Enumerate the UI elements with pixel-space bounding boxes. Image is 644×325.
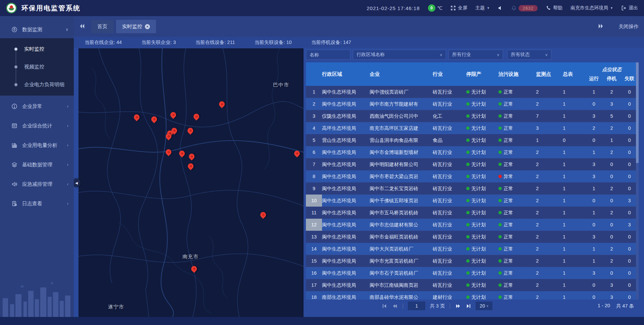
fullscreen-button[interactable]: 全屏 [450, 5, 467, 11]
table-row[interactable]: 5营山生态环境局营山县润丰肉食品有限食品无计划正常10010 [306, 134, 639, 146]
status-dot [466, 175, 470, 178]
status-select[interactable]: 所有状态 ∨ [507, 50, 551, 60]
region-select[interactable]: 行政区域名称 ∨ [353, 50, 446, 60]
col-meters: 总表 [558, 62, 585, 86]
status-dot [498, 151, 502, 154]
cell-meters: 0 [558, 134, 585, 146]
cell-run: 0 [585, 219, 603, 231]
cell-facility: 正常 [498, 267, 531, 279]
prev-page-button[interactable] [392, 303, 398, 309]
cell-meters: 1 [558, 195, 585, 207]
table-row[interactable]: 11阆中生态环境局阆中市五马桥页岩机砖砖瓦行业无计划正常21120 [306, 207, 639, 219]
sidebar-item-6[interactable]: 应急减排管理‹ [0, 175, 74, 193]
theme-dropdown[interactable]: 主题 ▼ [475, 5, 490, 11]
industry-select[interactable]: 所有行业 ∨ [448, 50, 503, 60]
cell-industry: 食品 [433, 134, 466, 146]
last-page-button[interactable] [465, 303, 471, 309]
cell-points: 2 [531, 146, 558, 158]
table-header: 行政区域 企业 行业 停限产 治污设施 监测点 总表 点位状态 运行停机失联 [306, 62, 639, 86]
cell-meters: 1 [558, 267, 585, 279]
cell-facility: 正常 [498, 146, 531, 158]
first-page-button[interactable] [381, 303, 387, 309]
table-row[interactable]: 17阆中生态环境局阆中市江南镇阆南页岩砖瓦行业无计划正常21030 [306, 279, 639, 291]
sidebar-item-7[interactable]: 日志查看‹ [0, 195, 74, 212]
table-row[interactable]: 1阆中生态环境局阆中强锐页岩砖厂砖瓦行业无计划正常21120 [306, 86, 639, 98]
row-index: 10 [306, 195, 322, 207]
scrollbar-thumb[interactable] [636, 62, 639, 163]
table-row[interactable]: 15阆中生态环境局阆中市光富页岩机砖厂砖瓦行业无计划正常21120 [306, 255, 639, 267]
status-dot [466, 235, 470, 238]
table-scrollbar[interactable] [636, 62, 639, 300]
tabs-scroll-left-button[interactable] [79, 23, 86, 30]
cell-facility: 正常 [498, 134, 531, 146]
table-row[interactable]: 14阆中生态环境局阆中大兴页岩机砖厂砖瓦行业无计划正常21120 [306, 243, 639, 255]
top-header: 环保用电监管系统 2021-02-25 17:46:18 0 ℃ 全屏 主题 ▼… [0, 0, 644, 16]
table-row[interactable]: 4高坪生态环境局南充市高坪区王家店建砖瓦行业无计划正常31220 [306, 122, 639, 134]
status-dot [466, 271, 470, 275]
table-row[interactable]: 3仪陇生态环境局西南油气田分公司川中化工无计划正常71350 [306, 110, 639, 122]
cell-industry: 砖瓦行业 [433, 219, 466, 231]
cell-region: 阆中生态环境局 [322, 170, 370, 182]
name-search-input[interactable] [306, 50, 351, 60]
table-row[interactable]: 18南部生态环境局南部县砖华水泥有限公建材行业无计划正常21030 [306, 291, 639, 300]
tabs-scroll-right-button[interactable] [598, 23, 604, 30]
table-row[interactable]: 8阆中生态环境局阆中市枣碧大梁山页岩砖瓦行业无计划异常21300 [306, 170, 639, 182]
cell-enterprise: 阆中市江南镇阆南页岩 [370, 279, 433, 291]
cell-points: 2 [531, 219, 558, 231]
table-row[interactable]: 6阆中生态环境局阆中市金博瑞新型墙材砖瓦行业无计划正常21120 [306, 146, 639, 158]
sidebar-item-4[interactable]: 企业用电量分析‹ [0, 137, 74, 154]
org-dropdown[interactable]: 南充市生态环境局 ▼ [571, 5, 613, 11]
sidebar-item-3[interactable]: 企业综合统计‹ [0, 117, 74, 134]
sidebar-item-label: 基础数据管理 [22, 162, 52, 168]
row-index: 9 [306, 182, 322, 195]
status-dot [498, 235, 502, 238]
mute-button[interactable] [498, 5, 503, 11]
table-body: 1阆中生态环境局阆中强锐页岩砖厂砖瓦行业无计划正常211202阆中生态环境局阆中… [306, 86, 639, 300]
cell-industry: 砖瓦行业 [433, 170, 466, 182]
cell-meters: 1 [558, 146, 585, 158]
close-operations-button[interactable]: 关闭操作 [619, 23, 639, 30]
cell-stop-plan: 无计划 [466, 110, 498, 122]
page-size-select[interactable]: 20 ∨ [476, 302, 492, 310]
table-row[interactable]: 13阆中生态环境局阆中市金福旺页岩机砖砖瓦行业无计划正常21300 [306, 231, 639, 243]
notification-count-badge: 2632 [519, 5, 538, 11]
table-row[interactable]: 9阆中生态环境局阆中市二龙长宝页岩砖砖瓦行业无计划正常21120 [306, 182, 639, 195]
help-button[interactable]: 帮助 [546, 5, 562, 11]
tab-实时监控[interactable]: 实时监控× [116, 20, 156, 33]
table-row[interactable]: 2阆中生态环境局阆中市南方节能建材有砖瓦行业无计划正常21030 [306, 98, 639, 110]
tab-close-icon[interactable]: × [145, 24, 150, 29]
col-group-point-status: 点位状态 运行停机失联 [585, 62, 639, 86]
map-panel[interactable]: 巴中市南充市遂宁市 [78, 48, 304, 318]
table-row[interactable]: 10阆中生态环境局阆中千佛镇五郎垭页岩砖瓦行业无计划正常21003 [306, 195, 639, 207]
pagination-bar: | 1 共 3 页 | 20 ∨ 1 - 20 [306, 300, 639, 312]
next-page-button[interactable] [455, 303, 461, 309]
range-label: 1 - 20 [598, 303, 610, 309]
tab-首页[interactable]: 首页 [91, 20, 113, 33]
logout-button[interactable]: 退出 [621, 5, 638, 11]
cell-facility: 正常 [498, 219, 531, 231]
cell-stop: 3 [603, 279, 621, 291]
sidebar-subitem[interactable]: 企业电力负荷明细 [0, 76, 74, 94]
sidebar-subitem[interactable]: 视频监控 [0, 58, 74, 76]
cell-enterprise: 阆中市忠信建材有限公 [370, 219, 433, 231]
cell-enterprise: 南部县砖华水泥有限公 [370, 291, 433, 300]
cell-meters: 1 [558, 231, 585, 243]
sidebar-item-1[interactable]: 数据监测∨ [0, 21, 74, 38]
power-analysis-icon [11, 142, 17, 148]
table-row[interactable]: 16阆中生态环境局阆中市石子页岩机砖厂砖瓦行业无计划正常21300 [306, 267, 639, 279]
cell-points: 2 [531, 255, 558, 267]
cell-points: 2 [531, 267, 558, 279]
table-row[interactable]: 12阆中生态环境局阆中市忠信建材有限公砖瓦行业无计划正常21003 [306, 219, 639, 231]
stat-item: 当前停机设备: 147 [311, 39, 351, 46]
speaker-icon [498, 5, 503, 11]
sidebar-item-2[interactable]: 企业异常‹ [0, 98, 74, 115]
cell-enterprise: 阆中市南方节能建材有 [370, 98, 433, 110]
sidebar-subitem[interactable]: 实时监控 [0, 40, 74, 58]
sidebar-item-5[interactable]: 基础数据管理‹ [0, 156, 74, 173]
prev-page-icon [392, 304, 397, 309]
table-row[interactable]: 7阆中生态环境局阆中明阳建材有限公司砖瓦行业无计划正常21300 [306, 158, 639, 170]
page-number-input[interactable]: 1 [408, 302, 425, 310]
col-industry: 行业 [433, 62, 466, 86]
notifications-button[interactable]: 2632 [511, 5, 538, 11]
cell-facility: 正常 [498, 122, 531, 134]
